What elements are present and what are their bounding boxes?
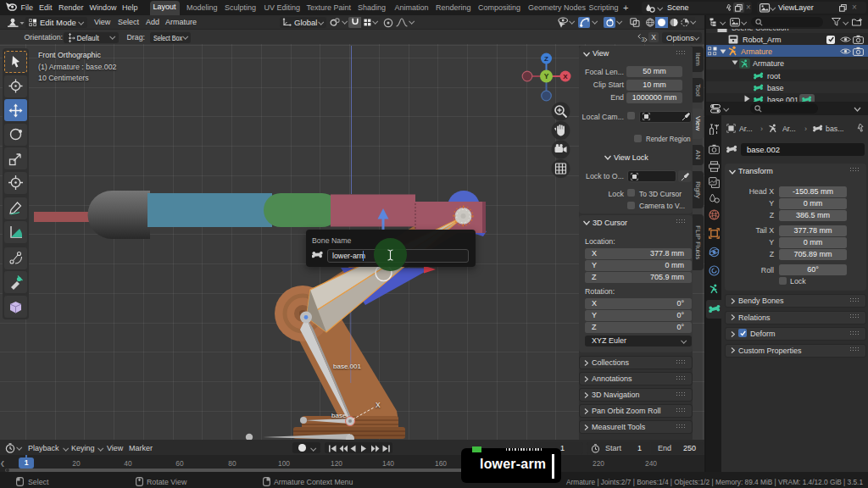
svg-text:3: 3 bbox=[642, 36, 645, 42]
svg-text:Z: Z bbox=[544, 55, 548, 63]
svg-text:Y: Y bbox=[544, 72, 549, 80]
svg-text:X: X bbox=[563, 73, 568, 80]
